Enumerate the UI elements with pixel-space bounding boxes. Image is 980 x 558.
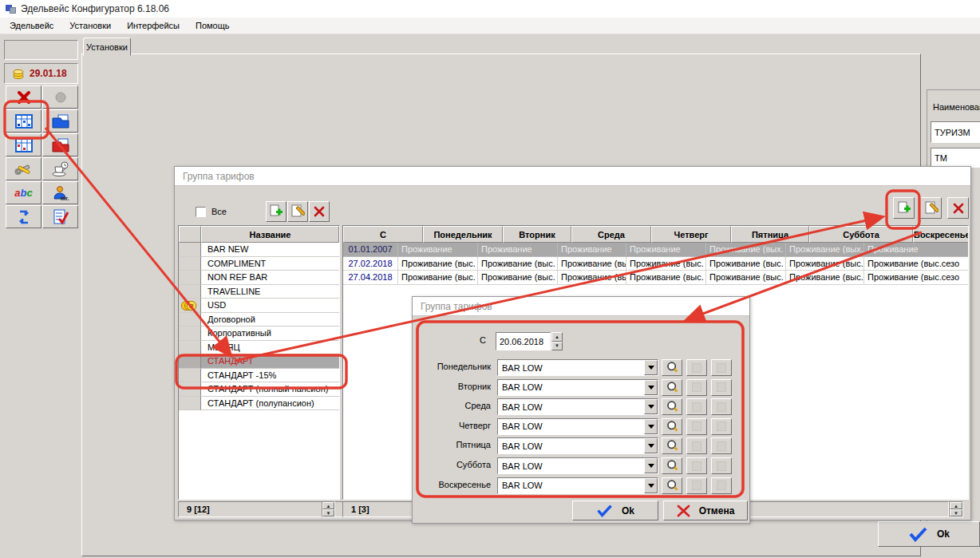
combobox-dropdown-icon[interactable] [644, 380, 658, 395]
menu-item[interactable]: Эдельвейс [2, 19, 61, 32]
list-item[interactable]: СТАНДАРТ (полный пансион) [179, 382, 339, 397]
day-tariff-combobox[interactable]: BAR LOW [497, 418, 658, 435]
list-item-label[interactable]: СТАНДАРТ (полный пансион) [201, 382, 339, 397]
day-search-button[interactable] [662, 477, 682, 494]
spin-up-icon[interactable]: ▲ [950, 502, 962, 509]
tab-ustanovki[interactable]: Установки [83, 38, 131, 56]
name-field-2[interactable]: ТМ [931, 148, 980, 168]
table-row[interactable]: 01.01.2007 ПроживаниеПроживаниеПроживани… [343, 243, 968, 257]
date-spinner[interactable]: ▲▼ [551, 332, 563, 350]
list-item-label[interactable]: СТАНДАРТ (полупансион) [201, 397, 339, 411]
table-column-header[interactable]: Воскресенье [913, 226, 969, 243]
table-delete-button[interactable] [947, 197, 969, 219]
combobox-dropdown-icon[interactable] [644, 458, 658, 473]
delete-icon[interactable] [6, 85, 41, 109]
table-column-header[interactable]: Пятница [731, 226, 809, 243]
combobox-dropdown-icon[interactable] [644, 478, 658, 493]
table-row[interactable]: 27.02.2018 Проживание (выс.Проживание (в… [343, 257, 968, 271]
blue-folder-icon[interactable] [42, 109, 78, 133]
list-item-label[interactable]: Договорной [201, 313, 339, 327]
list-name-header[interactable]: Название [201, 226, 339, 243]
table-add-button[interactable] [893, 197, 915, 219]
table-column-header[interactable]: Суббота [809, 226, 913, 243]
record-icon[interactable] [42, 85, 78, 109]
date-from-input[interactable]: 20.06.2018 [496, 332, 551, 350]
list-item[interactable]: СТАНДАРТ [179, 354, 339, 369]
list-item[interactable]: Корпоративный [179, 326, 339, 341]
name-field-1[interactable]: ТУРИЗМ [931, 121, 980, 143]
table-cell: Проживание [864, 243, 968, 257]
list-item-label[interactable]: TRAVELLINE [201, 285, 339, 299]
day-search-button[interactable] [662, 418, 682, 435]
list-item[interactable]: BAR NEW [179, 243, 339, 257]
list-item[interactable]: СТАНДАРТ (полупансион) [179, 397, 339, 411]
list-item[interactable]: Р USD [179, 299, 339, 313]
list-item[interactable]: МЕСЯЦ [179, 341, 339, 355]
spin-up-icon[interactable]: ▲ [322, 502, 334, 509]
table-column-header[interactable]: Вторник [503, 226, 571, 243]
spin-down-icon[interactable]: ▼ [551, 342, 563, 351]
list-item-label[interactable]: USD [201, 299, 339, 313]
day-tariff-combobox[interactable]: BAR LOW [497, 437, 658, 454]
combobox-dropdown-icon[interactable] [644, 399, 658, 414]
subdialog-title-bar[interactable]: Группа тарифов [413, 297, 749, 316]
all-checkbox[interactable] [196, 207, 206, 217]
day-search-button[interactable] [662, 457, 682, 474]
table-column-header[interactable]: Четверг [651, 226, 731, 243]
spin-down-icon[interactable]: ▼ [322, 509, 334, 516]
dialog-title-bar[interactable]: Группа тарифов [175, 167, 970, 186]
day-search-button[interactable] [662, 398, 682, 415]
table-row[interactable]: 27.04.2018 Проживание (выс.Проживание (в… [343, 271, 968, 285]
user-icon[interactable]: mr. [42, 181, 78, 204]
checklist-icon[interactable] [42, 205, 78, 228]
list-item[interactable]: COMPLIMENT [179, 257, 339, 271]
menu-item[interactable]: Помощь [188, 19, 238, 32]
day-search-button[interactable] [662, 379, 682, 396]
list-item-label[interactable]: BAR NEW [201, 243, 339, 257]
combobox-dropdown-icon[interactable] [644, 419, 658, 434]
list-item[interactable]: NON REF BAR [179, 271, 339, 285]
subdialog-cancel-button[interactable]: Отмена [663, 501, 748, 520]
spin-up-icon[interactable]: ▲ [551, 332, 563, 342]
table-edit-button[interactable] [920, 197, 942, 219]
day-tariff-combobox[interactable]: BAR LOW [497, 457, 658, 474]
day-tariff-combobox[interactable]: BAR LOW [497, 477, 658, 494]
list-delete-button[interactable] [309, 201, 330, 222]
list-spinner[interactable]: ▲▼ [322, 501, 335, 517]
day-tariff-combobox[interactable]: BAR LOW [497, 379, 658, 396]
day-tariff-combobox[interactable]: BAR LOW [497, 359, 658, 376]
rates-grid-icon[interactable] [6, 109, 41, 133]
list-edit-button[interactable] [287, 201, 308, 222]
list-item-label[interactable]: СТАНДАРТ [201, 354, 339, 369]
list-item-label[interactable]: COMPLIMENT [201, 257, 339, 271]
list-item-label[interactable]: NON REF BAR [201, 271, 339, 285]
day-tariff-combobox[interactable]: BAR LOW [497, 398, 658, 415]
list-item[interactable]: TRAVELLINE [179, 285, 339, 299]
main-ok-button[interactable]: Ok [878, 521, 980, 547]
spin-down-icon[interactable]: ▼ [950, 509, 962, 516]
list-item[interactable]: СТАНДАРТ -15% [179, 369, 339, 383]
combobox-dropdown-icon[interactable] [644, 360, 658, 375]
abc-icon[interactable]: abc [6, 181, 41, 204]
list-item[interactable]: Договорной [179, 313, 339, 327]
list-add-button[interactable] [266, 201, 286, 222]
list-item-label[interactable]: СТАНДАРТ -15% [201, 369, 339, 383]
grid-red-dots-icon[interactable] [6, 133, 41, 156]
menu-item[interactable]: Интерфейсы [119, 19, 188, 32]
subdialog-ok-label: Ok [622, 505, 634, 516]
menu-item[interactable]: Установки [61, 19, 119, 32]
break-icon[interactable] [42, 157, 78, 180]
table-column-header[interactable]: Среда [571, 226, 651, 243]
red-folder-icon[interactable] [42, 133, 78, 156]
list-item-label[interactable]: Корпоративный [201, 326, 339, 341]
subdialog-ok-button[interactable]: Ok [572, 501, 658, 520]
refresh-icon[interactable] [6, 205, 41, 228]
table-spinner[interactable]: ▲▼ [949, 501, 963, 517]
table-column-header[interactable]: Понедельник [423, 226, 503, 243]
combobox-dropdown-icon[interactable] [644, 438, 658, 453]
table-column-header[interactable]: С [343, 226, 423, 243]
day-search-button[interactable] [662, 359, 682, 376]
tools-icon[interactable] [6, 157, 41, 180]
list-item-label[interactable]: МЕСЯЦ [201, 341, 339, 355]
day-search-button[interactable] [662, 437, 682, 454]
